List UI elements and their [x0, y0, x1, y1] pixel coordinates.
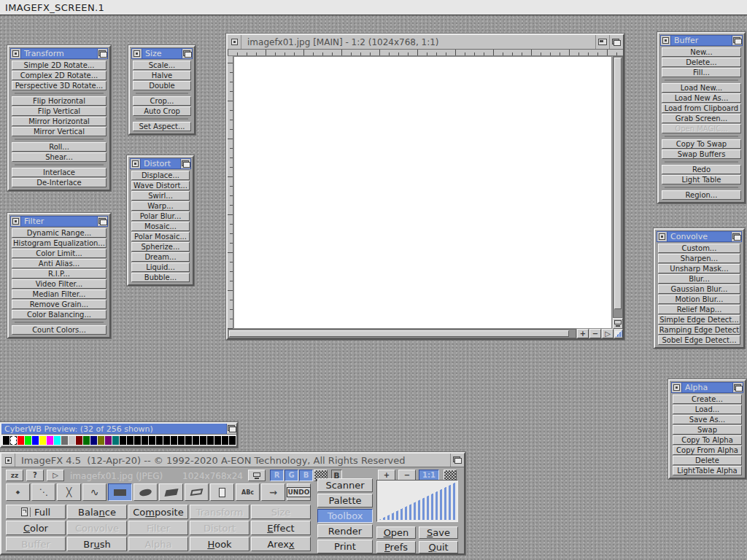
- filter-remove-grain-button[interactable]: Remove Grain...: [12, 300, 107, 309]
- palette-swatch[interactable]: [39, 436, 46, 445]
- alpha-load-button[interactable]: Load...: [673, 405, 742, 414]
- palette-swatch[interactable]: [200, 436, 206, 445]
- palette-swatch[interactable]: [127, 436, 133, 445]
- image-canvas[interactable]: [233, 56, 612, 329]
- palette-swatch[interactable]: [229, 436, 236, 445]
- zoom-out-button[interactable]: −: [589, 329, 601, 338]
- zoom-gadget[interactable]: [595, 35, 609, 49]
- h-scrollbar[interactable]: [228, 329, 576, 338]
- size-crop-button[interactable]: Crop...: [133, 96, 191, 106]
- transform-shear-button[interactable]: Shear...: [12, 152, 107, 162]
- convolve-gaussian-blur-button[interactable]: Gaussian Blur...: [658, 284, 740, 294]
- mode-effect-button[interactable]: Effect: [251, 521, 311, 535]
- curve-tool[interactable]: ∿: [82, 483, 107, 501]
- filter-color-balancing-button[interactable]: Color Balancing...: [12, 310, 107, 319]
- palette-swatch[interactable]: [18, 436, 24, 445]
- brush-tool[interactable]: [210, 483, 234, 501]
- freehand-tool[interactable]: [185, 483, 209, 501]
- expand-button[interactable]: ▷: [47, 470, 64, 481]
- buffer-delete-button[interactable]: Delete...: [662, 58, 741, 67]
- close-gadget[interactable]: [657, 232, 667, 241]
- palette-swatch[interactable]: [32, 436, 39, 445]
- depth-gadget[interactable]: [180, 159, 190, 168]
- filter-video-filter-button[interactable]: Video Filter...: [12, 279, 107, 289]
- distort-mosaic-button[interactable]: Mosaic...: [131, 222, 190, 231]
- distort-polar-mosaic-button[interactable]: Polar Mosaic...: [131, 232, 190, 241]
- palette-swatch[interactable]: [185, 436, 192, 445]
- alpha-delete-button[interactable]: Delete: [673, 456, 742, 465]
- alpha-lighttable-alpha-button[interactable]: LightTable Alpha: [673, 466, 742, 475]
- action-prefs-button[interactable]: Prefs: [376, 541, 416, 553]
- palette-swatch[interactable]: [163, 436, 170, 445]
- palette-swatch[interactable]: [214, 436, 221, 445]
- convolve-blur-button[interactable]: Blur...: [658, 274, 740, 284]
- palette-swatch[interactable]: [112, 436, 119, 445]
- buffer-light-table-button[interactable]: Light Table: [662, 175, 741, 184]
- action-open-button[interactable]: Open: [376, 526, 416, 539]
- palette-swatch[interactable]: [178, 436, 185, 445]
- transform-complex-2d-rotate-button[interactable]: Complex 2D Rotate...: [12, 71, 107, 80]
- distort-spherize-button[interactable]: Spherize...: [131, 242, 190, 252]
- distort-liquid-button[interactable]: Liquid...: [131, 262, 190, 272]
- mode-arexx-button[interactable]: Arexx: [251, 537, 311, 551]
- depth-gadget[interactable]: [182, 49, 192, 58]
- mode-composite-button[interactable]: Composite: [128, 505, 188, 519]
- convolve-ramping-edge-detect-button[interactable]: Ramping Edge Detect: [658, 325, 740, 335]
- pan-button[interactable]: ▷: [602, 329, 614, 338]
- palette-swatch[interactable]: [54, 436, 61, 445]
- distort-swirl-button[interactable]: Swirl...: [131, 191, 190, 201]
- ellipse-tool[interactable]: [133, 483, 158, 501]
- palette-swatch[interactable]: [61, 436, 68, 445]
- depth-gadget[interactable]: [450, 454, 464, 467]
- convolve-sharpen-button[interactable]: Sharpen...: [658, 254, 740, 263]
- depth-gadget[interactable]: [97, 217, 107, 226]
- size-scale-button[interactable]: Scale...: [133, 61, 191, 70]
- close-gadget[interactable]: [131, 159, 141, 168]
- depth-gadget[interactable]: [732, 383, 743, 392]
- screen-mode-button[interactable]: [248, 470, 266, 481]
- distort-bubble-button[interactable]: Bubble...: [131, 273, 190, 282]
- filter-histogram-equalization-button[interactable]: Histogram Equalization...: [12, 238, 107, 248]
- distort-polar-blur-button[interactable]: Polar Blur...: [131, 211, 190, 221]
- transform-mirror-horizontal-button[interactable]: Mirror Horizontal: [12, 117, 107, 126]
- v-scrollbar[interactable]: [613, 56, 623, 318]
- filter-anti-alias-button[interactable]: Anti Alias...: [12, 259, 107, 268]
- distort-warp-button[interactable]: Warp...: [131, 201, 190, 211]
- palette-swatch[interactable]: [105, 436, 112, 445]
- point-tool[interactable]: ◆: [6, 483, 30, 501]
- buffer-fill-button[interactable]: Fill...: [662, 68, 741, 77]
- filter-color-limit-button[interactable]: Color Limit...: [12, 249, 107, 258]
- undo-button[interactable]: UNDO: [287, 483, 311, 501]
- alpha-copy-to-alpha-button[interactable]: Copy To Alpha: [673, 435, 742, 445]
- mode-full-button[interactable]: Full: [6, 505, 66, 519]
- convolve-simple-edge-detect-button[interactable]: Simple Edge Detect...: [658, 315, 740, 324]
- close-gadget[interactable]: [1, 454, 15, 467]
- side-scanner-button[interactable]: Scanner: [317, 478, 373, 492]
- buffer-copy-to-swap-button[interactable]: Copy To Swap: [662, 139, 741, 149]
- buffer-load-new-as-button[interactable]: Load New As...: [662, 93, 741, 103]
- buffer-load-from-clipboard-button[interactable]: Load from Clipboard: [662, 104, 741, 113]
- red-channel-button[interactable]: R: [270, 470, 284, 481]
- palette-swatch[interactable]: [98, 436, 104, 445]
- h-scrollbar-thumb[interactable]: [229, 330, 569, 337]
- side-print-button[interactable]: Print: [317, 540, 373, 553]
- palette-swatch[interactable]: [3, 436, 9, 445]
- alpha-swap-button[interactable]: Swap: [673, 425, 742, 435]
- transform-interlace-button[interactable]: Interlace: [12, 168, 107, 177]
- close-gadget[interactable]: [132, 49, 142, 58]
- depth-gadget[interactable]: [731, 232, 741, 241]
- filter-r-i-p-button[interactable]: R.I.P...: [12, 269, 107, 279]
- filter-median-filter-button[interactable]: Median Filter...: [12, 289, 107, 299]
- buffer-redo-button[interactable]: Redo: [662, 165, 741, 174]
- depth-gadget[interactable]: [97, 49, 107, 58]
- palette-swatch[interactable]: [156, 436, 163, 445]
- side-render-button[interactable]: Render: [317, 524, 373, 538]
- convolve-motion-blur-button[interactable]: Motion Blur...: [658, 295, 740, 304]
- mode-brush-button[interactable]: Brush: [67, 537, 127, 551]
- close-gadget[interactable]: [228, 35, 241, 49]
- text-tool[interactable]: ABc: [236, 483, 260, 501]
- line-tool[interactable]: ╳: [57, 483, 81, 501]
- close-gadget[interactable]: [672, 383, 682, 392]
- transform-de-interlace-button[interactable]: De-Interlace: [12, 178, 107, 187]
- action-quit-button[interactable]: Quit: [419, 541, 458, 553]
